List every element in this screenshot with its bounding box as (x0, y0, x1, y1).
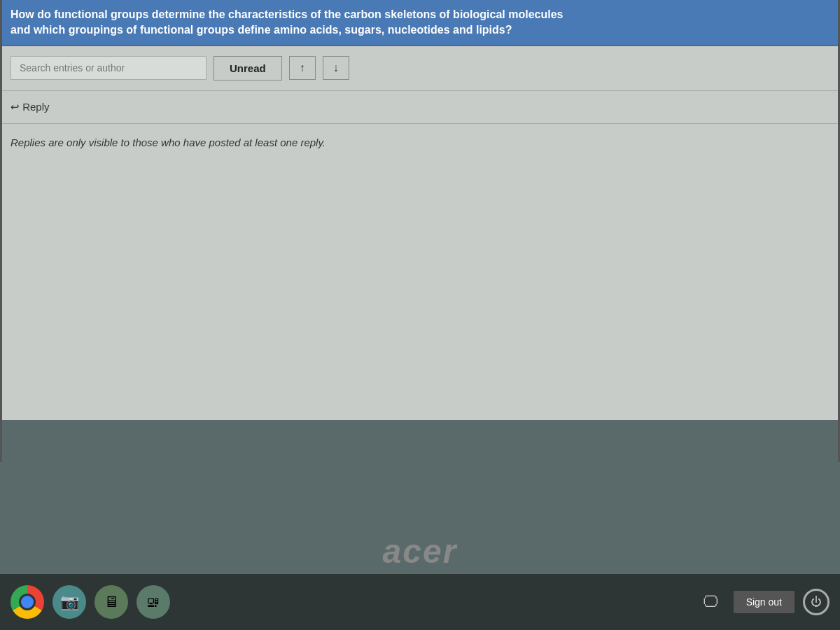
sort-down-icon: ↓ (333, 62, 339, 74)
files-glyph: 🖥 (104, 593, 119, 611)
title-line1: How do functional groups determine the c… (10, 7, 830, 22)
camera-glyph: 📷 (60, 593, 79, 611)
info-text: Replies are only visible to those who ha… (10, 136, 326, 148)
screen-glyph: 🖵 (703, 593, 718, 611)
terminal-icon[interactable]: 🖳 (136, 585, 170, 619)
taskbar: 📷 🖥 🖳 🖵 Sign out ⏻ (0, 574, 840, 630)
search-input[interactable] (10, 56, 206, 80)
title-line2: and which groupings of functional groups… (10, 22, 830, 38)
reply-button[interactable]: ↩ Reply (10, 101, 50, 113)
main-content: How do functional groups determine the c… (0, 0, 840, 420)
sort-up-icon: ↑ (300, 62, 305, 74)
files-icon[interactable]: 🖥 (94, 585, 128, 619)
info-row: Replies are only visible to those who ha… (0, 124, 840, 162)
reply-row: ↩ Reply (0, 91, 840, 124)
title-bar: How do functional groups determine the c… (0, 0, 840, 46)
camera-icon[interactable]: 📷 (52, 585, 86, 619)
taskbar-right: 🖵 Sign out ⏻ (696, 587, 830, 617)
sign-out-button[interactable]: Sign out (734, 591, 794, 613)
terminal-glyph: 🖳 (146, 594, 160, 610)
acer-logo: acer (383, 532, 458, 570)
empty-area (0, 162, 840, 386)
chrome-icon[interactable] (10, 585, 44, 619)
sort-up-button[interactable]: ↑ (289, 56, 316, 80)
sort-down-button[interactable]: ↓ (323, 56, 349, 80)
toolbar-row: Unread ↑ ↓ (0, 46, 840, 91)
screen-icon[interactable]: 🖵 (696, 587, 725, 617)
power-glyph: ⏻ (811, 596, 822, 608)
unread-button[interactable]: Unread (214, 56, 282, 80)
power-icon[interactable]: ⏻ (803, 589, 830, 615)
taskbar-icons: 📷 🖥 🖳 (10, 585, 170, 619)
